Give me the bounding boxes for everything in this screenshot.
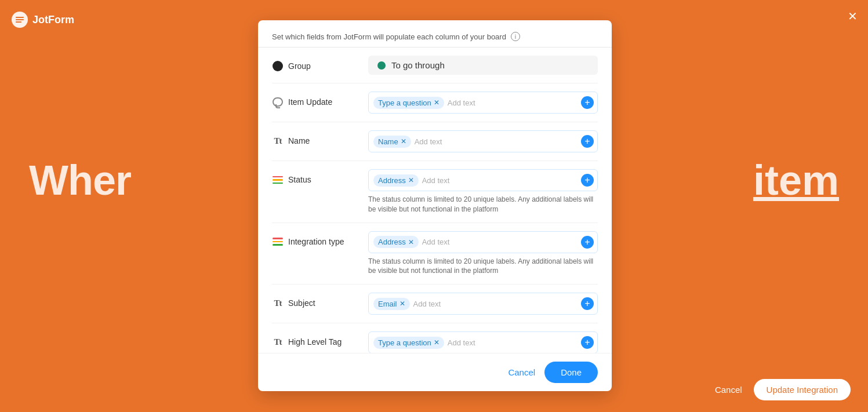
high-level-tag-field-content: Type a question ✕ Add text + [368,331,598,353]
subject-tag-input[interactable]: Email ✕ Add text + [368,293,598,315]
high-level-tag-label: High Level Tag [288,337,342,347]
modal-body: Group To go through Item Update Ty [258,48,612,353]
tag-label: Address [378,176,406,185]
integration-type-tag-input[interactable]: Address ✕ Add text + [368,231,598,253]
modal-header-text: Set which fields from JotForm will popul… [272,32,506,41]
info-icon[interactable]: i [511,32,520,41]
group-label: Group [288,61,311,71]
status-tag-address: Address ✕ [373,174,419,187]
update-integration-button[interactable]: Update Integration [754,379,851,400]
item-update-field-content: Type a question ✕ Add text + [368,92,598,114]
name-label: Name [288,136,310,145]
status-add-button[interactable]: + [581,174,594,187]
field-row-group: Group To go through [272,48,598,83]
high-level-tag-icon: Tt [272,336,284,348]
modal-header: Set which fields from JotForm will popul… [258,20,612,48]
subject-field-content: Email ✕ Add text + [368,293,598,315]
name-tag-name: Name ✕ [373,136,411,148]
bottom-bar: Cancel Update Integration [715,379,851,400]
subject-add-button[interactable]: + [581,297,594,310]
logo-text: JotForm [32,14,74,26]
field-row-integration-type: Integration type Address ✕ Add text + Th… [272,223,598,285]
tag-remove-icon[interactable]: ✕ [434,99,440,107]
modal-done-button[interactable]: Done [544,362,598,383]
group-icon [272,60,284,72]
field-row-subject: Tt Subject Email ✕ Add text + [272,285,598,323]
status-icon [272,174,284,185]
subject-placeholder: Add text [413,300,441,308]
status-field-content: Address ✕ Add text + The status column i… [368,169,598,214]
integration-type-label: Integration type [288,237,344,246]
subject-label: Subject [288,298,315,308]
high-level-tag-field-label-area: Tt High Level Tag [272,331,359,348]
status-placeholder: Add text [422,176,450,185]
high-level-tag-tag-input[interactable]: Type a question ✕ Add text + [368,331,598,353]
status-label: Status [288,175,311,184]
high-level-tag-placeholder: Add text [448,338,475,347]
integration-type-note: The status column is limited to 20 uniqu… [368,257,598,276]
group-field-label-area: Group [272,56,359,72]
name-icon: Tt [272,135,284,147]
integration-type-field-label-area: Integration type [272,231,359,247]
group-value: To go through [368,56,598,75]
item-update-tag-type-a-question: Type a question ✕ [373,97,444,109]
modal-footer: Cancel Done [258,353,612,391]
item-update-add-button[interactable]: + [581,96,594,109]
name-add-button[interactable]: + [581,135,594,148]
subject-field-label-area: Tt Subject [272,293,359,309]
tag-remove-icon[interactable]: ✕ [408,238,414,246]
tag-remove-icon[interactable]: ✕ [401,137,406,145]
integration-type-icon [272,236,284,247]
subject-tag-email: Email ✕ [373,298,410,310]
item-update-placeholder: Add text [448,99,475,107]
tag-label: Email [378,300,397,308]
group-value-text: To go through [391,60,445,70]
background-text-right: item [753,156,839,204]
tag-label: Type a question [378,99,431,107]
item-update-tag-input[interactable]: Type a question ✕ Add text + [368,92,598,114]
item-update-field-label-area: Item Update [272,92,359,108]
integration-type-tag-address: Address ✕ [373,236,419,248]
item-update-label: Item Update [288,97,332,107]
jotform-logo: JotForm [12,12,74,28]
tag-remove-icon[interactable]: ✕ [434,338,440,347]
tag-remove-icon[interactable]: ✕ [400,300,405,308]
item-update-icon [272,96,284,108]
jotform-logo-icon [12,12,28,28]
integration-type-placeholder: Add text [422,238,450,246]
status-tag-input[interactable]: Address ✕ Add text + [368,169,598,191]
close-button[interactable]: ✕ [848,10,858,22]
status-note: The status column is limited to 20 uniqu… [368,195,598,214]
field-row-name: Tt Name Name ✕ Add text + [272,122,598,161]
group-field-content: To go through [368,56,598,75]
bottom-cancel-button[interactable]: Cancel [715,385,742,395]
status-field-label-area: Status [272,169,359,185]
field-row-item-update: Item Update Type a question ✕ Add text + [272,83,598,122]
high-level-tag-add-button[interactable]: + [581,336,594,349]
green-dot-icon [377,61,386,70]
high-level-tag-tag-type-a-question: Type a question ✕ [373,337,444,349]
tag-label: Name [378,137,398,146]
tag-label: Address [378,238,406,246]
modal-cancel-button[interactable]: Cancel [508,367,535,377]
name-placeholder: Add text [415,137,442,146]
tag-label: Type a question [378,338,431,347]
integration-type-field-content: Address ✕ Add text + The status column i… [368,231,598,276]
tag-remove-icon[interactable]: ✕ [408,176,414,184]
subject-icon: Tt [272,297,284,309]
field-row-high-level-tag: Tt High Level Tag Type a question ✕ Add … [272,323,598,353]
field-mapping-modal: Set which fields from JotForm will popul… [258,20,612,391]
field-row-status: Status Address ✕ Add text + The status c… [272,161,598,223]
integration-type-add-button[interactable]: + [581,236,594,249]
name-tag-input[interactable]: Name ✕ Add text + [368,130,598,152]
background-text-left: Wher [29,156,131,204]
name-field-content: Name ✕ Add text + [368,130,598,152]
name-field-label-area: Tt Name [272,130,359,147]
